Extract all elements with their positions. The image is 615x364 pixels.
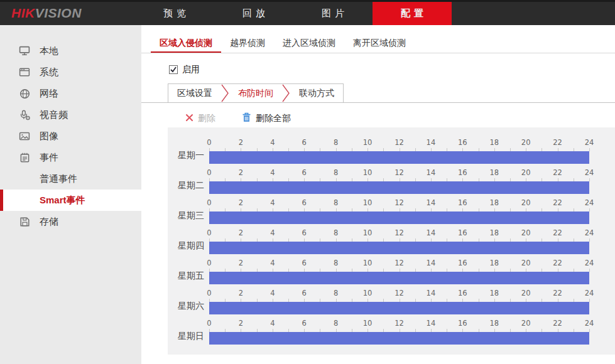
schedule-row: 星期一024681012141618202224 — [168, 135, 615, 165]
hour-label: 22 — [553, 138, 562, 147]
hour-label: 10 — [363, 138, 373, 147]
hour-label: 24 — [585, 138, 594, 147]
sidebar-item-label: 普通事件 — [40, 173, 77, 185]
day-label: 星期二 — [168, 180, 204, 191]
sidebar-item-6[interactable]: 事件 — [0, 147, 141, 168]
sidebar-item-label: Smart事件 — [40, 195, 85, 206]
hour-label: 12 — [395, 138, 404, 147]
hour-label: 24 — [585, 259, 594, 267]
hour-label: 2 — [239, 198, 243, 207]
hour-label: 0 — [207, 168, 211, 177]
day-label: 星期三 — [168, 210, 204, 222]
hour-label: 16 — [458, 289, 467, 297]
detection-tabs: 区域入侵侦测越界侦测进入区域侦测离开区域侦测 — [141, 34, 615, 53]
nav-tab-4[interactable]: 配置 — [373, 2, 452, 25]
sidebar-item-9[interactable]: 存储 — [0, 211, 141, 232]
hour-label: 16 — [458, 259, 467, 267]
hour-label: 18 — [489, 168, 499, 177]
hour-label: 6 — [302, 289, 307, 297]
hour-label: 12 — [395, 259, 404, 267]
sidebar-item-8[interactable]: Smart事件 — [0, 190, 141, 211]
sidebar-item-3[interactable]: 网络 — [0, 83, 141, 104]
sidebar-item-5[interactable]: 图像 — [0, 126, 141, 147]
time-ruler[interactable]: 024681012141618202224 — [209, 255, 589, 286]
sidebar-item-label: 系统 — [40, 67, 58, 78]
nav-tab-1[interactable]: 预览 — [135, 2, 214, 25]
hour-label: 10 — [363, 228, 373, 237]
hour-label: 20 — [521, 319, 531, 328]
hour-label: 0 — [207, 289, 211, 297]
nav-tab-2[interactable]: 回放 — [214, 2, 293, 25]
time-ruler[interactable]: 024681012141618202224 — [209, 195, 589, 225]
hour-label: 18 — [489, 138, 499, 147]
sidebar-item-2[interactable]: 系统 — [0, 62, 141, 83]
event-icon — [19, 153, 30, 163]
nav-tab-3[interactable]: 图片 — [293, 2, 373, 25]
hour-label: 8 — [334, 289, 338, 297]
hour-label: 14 — [427, 138, 436, 147]
top-nav-bar: HIKVISION 预览回放图片配置 — [0, 0, 615, 25]
chevron-right-icon — [282, 84, 290, 102]
hour-label: 8 — [334, 138, 338, 147]
hour-label: 8 — [334, 319, 338, 328]
schedule-bar[interactable] — [209, 211, 589, 224]
time-ruler[interactable]: 024681012141618202224 — [209, 165, 589, 195]
time-ruler[interactable]: 024681012141618202224 — [209, 286, 589, 316]
hour-label: 22 — [553, 168, 562, 177]
hour-label: 6 — [302, 168, 307, 177]
schedule-row: 星期三024681012141618202224 — [168, 195, 615, 225]
sidebar-item-4[interactable]: 视音频 — [0, 104, 141, 126]
sidebar-item-1[interactable]: 本地 — [0, 40, 141, 62]
delete-button[interactable]: 删除 — [185, 113, 215, 124]
schedule-bar[interactable] — [209, 272, 589, 284]
ruler-tick — [589, 299, 590, 302]
hour-label: 6 — [302, 198, 307, 207]
hour-label: 2 — [239, 259, 243, 267]
hour-label: 22 — [553, 198, 562, 207]
subtab-1[interactable]: 区域设置 — [168, 84, 221, 102]
schedule-bar[interactable] — [209, 181, 589, 194]
hour-label: 10 — [363, 259, 373, 267]
detection-tab-4[interactable]: 离开区域侦测 — [344, 34, 415, 53]
hour-label: 24 — [585, 198, 594, 207]
trash-icon — [242, 112, 251, 124]
sidebar-item-label: 网络 — [40, 88, 58, 100]
time-ruler[interactable]: 024681012141618202224 — [209, 135, 589, 165]
schedule-bar[interactable] — [209, 302, 589, 314]
schedule-row: 星期四024681012141618202224 — [168, 225, 615, 255]
sidebar: 本地系统网络视音频图像事件普通事件Smart事件存储 — [0, 25, 141, 364]
hour-label: 14 — [427, 319, 436, 328]
sidebar-item-7[interactable]: 普通事件 — [0, 168, 141, 190]
hikvision-logo: HIKVISION — [11, 6, 82, 21]
delete-all-button[interactable]: 删除全部 — [242, 112, 291, 124]
hour-label: 4 — [270, 168, 275, 177]
hour-label: 8 — [334, 198, 338, 207]
enable-row: 启用 — [169, 64, 615, 75]
subtab-2[interactable]: 布防时间 — [229, 84, 282, 102]
subtab-3[interactable]: 联动方式 — [290, 84, 343, 102]
ruler-tick — [589, 329, 590, 332]
detection-tab-2[interactable]: 越界侦测 — [221, 34, 274, 53]
detection-tab-3[interactable]: 进入区域侦测 — [274, 34, 344, 53]
ruler-tick — [589, 269, 590, 272]
time-ruler[interactable]: 024681012141618202224 — [209, 225, 589, 255]
schedule-bar[interactable] — [209, 242, 589, 254]
hour-label: 12 — [395, 289, 404, 297]
schedule-bar[interactable] — [209, 332, 589, 345]
hour-label: 14 — [427, 228, 436, 237]
hour-label: 18 — [489, 198, 499, 207]
hour-label: 10 — [363, 168, 373, 177]
hour-label: 2 — [239, 168, 243, 177]
sidebar-item-label: 本地 — [40, 45, 58, 57]
logo-hik: HIK — [11, 6, 35, 20]
time-ruler[interactable]: 024681012141618202224 — [209, 316, 589, 346]
sidebar-item-label: 存储 — [40, 216, 58, 228]
hour-label: 4 — [270, 138, 275, 147]
ruler-tick — [589, 178, 590, 181]
schedule-bar[interactable] — [209, 151, 589, 164]
detection-tab-1[interactable]: 区域入侵侦测 — [151, 34, 221, 53]
enable-checkbox[interactable] — [169, 65, 178, 74]
hour-label: 2 — [239, 138, 243, 147]
sidebar-item-label: 图像 — [40, 131, 58, 142]
hour-label: 22 — [553, 228, 562, 237]
